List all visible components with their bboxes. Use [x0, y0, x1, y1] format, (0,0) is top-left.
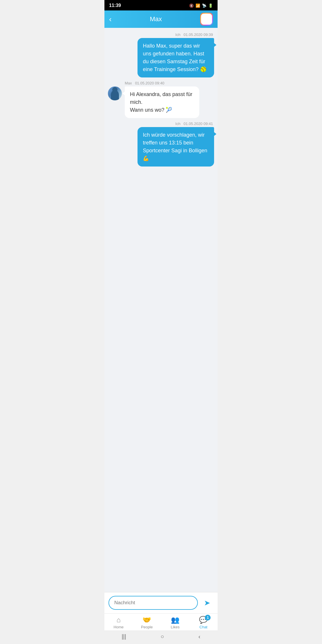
message-bubble-outgoing: Ich würde vorschlagen, wir treffen uns 1… — [138, 127, 214, 167]
likes-icon: 👥 — [171, 616, 180, 624]
status-icons: 🔇 📶 📡 🔋 — [189, 3, 213, 8]
android-back-button[interactable]: ‹ — [198, 633, 200, 640]
people-icon: 🤝 — [142, 616, 151, 624]
nav-label-chat: Chat — [200, 625, 207, 629]
app-logo-avatar[interactable] — [200, 13, 213, 26]
incoming-message-inner: Hi Alexandra, das passt für mich.Wann un… — [108, 86, 211, 118]
message-row: Ich 01.05.2020 09:41 Ich würde vorschlag… — [108, 122, 214, 167]
message-input-area: ➤ — [104, 592, 218, 613]
chat-badge: 1 — [205, 615, 211, 621]
android-menu-button[interactable]: ||| — [122, 633, 126, 640]
nav-label-likes: Likes — [171, 625, 180, 629]
battery-icon: 🔋 — [208, 3, 213, 8]
send-button[interactable]: ➤ — [201, 596, 214, 609]
wifi-icon: 📶 — [196, 3, 200, 8]
nav-item-chat[interactable]: 💬 1 Chat — [193, 616, 214, 629]
avatar-image — [108, 86, 122, 100]
home-icon: ⌂ — [117, 616, 121, 624]
android-home-button[interactable]: ○ — [160, 633, 164, 640]
contact-avatar — [108, 86, 122, 100]
nav-label-home: Home — [113, 625, 124, 629]
nav-item-home[interactable]: ⌂ Home — [108, 616, 129, 629]
status-time: 11:39 — [109, 3, 121, 8]
send-icon: ➤ — [204, 598, 210, 607]
nav-item-likes[interactable]: 👥 Likes — [165, 616, 185, 629]
message-row: Ich 01.05.2020 09:39 Hallo Max, super da… — [108, 32, 214, 77]
message-timestamp: Ich 01.05.2020 09:41 — [176, 122, 214, 126]
status-bar: 11:39 🔇 📶 📡 🔋 — [104, 0, 218, 10]
message-timestamp: Ich 01.05.2020 09:39 — [176, 32, 214, 37]
back-button[interactable]: ‹ — [109, 15, 112, 24]
chat-icon-wrapper: 💬 1 — [199, 616, 208, 624]
signal-icon: 📡 — [202, 3, 207, 8]
header-title: Max — [112, 15, 200, 23]
message-bubble-incoming: Hi Alexandra, das passt für mich.Wann un… — [125, 86, 199, 118]
bottom-navigation: ⌂ Home 🤝 People 👥 Likes 💬 1 Chat — [104, 613, 218, 630]
chat-area: Ich 01.05.2020 09:39 Hallo Max, super da… — [104, 28, 218, 592]
android-nav-bar: ||| ○ ‹ — [104, 630, 218, 644]
message-bubble-outgoing: Hallo Max, super das wir uns gefunden ha… — [138, 38, 214, 77]
message-row: Max 01.05.2020 09:40 Hi Alexandra, das p… — [108, 81, 214, 118]
mute-icon: 🔇 — [189, 3, 194, 8]
nav-item-people[interactable]: 🤝 People — [137, 616, 157, 629]
message-timestamp: Max 01.05.2020 09:40 — [108, 81, 164, 85]
message-input[interactable] — [108, 596, 198, 610]
nav-label-people: People — [141, 625, 153, 629]
chat-header: ‹ Max — [104, 10, 218, 28]
